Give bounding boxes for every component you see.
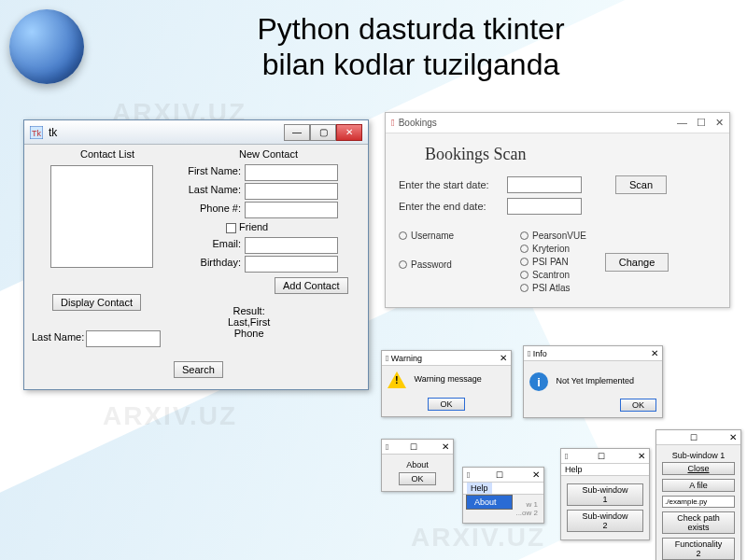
title-line2: bilan kodlar tuzilganda [93, 47, 728, 82]
close-icon[interactable]: ✕ [532, 469, 540, 480]
feather-icon: 𓆰 [467, 470, 470, 480]
contact-listbox[interactable] [50, 165, 153, 268]
new-contact-heading: New Contact [239, 148, 298, 160]
email-input[interactable] [245, 237, 338, 254]
close-icon[interactable]: ✕ [651, 348, 658, 358]
phone-label: Phone #: [185, 203, 241, 214]
last-name-label: Last Name: [185, 184, 241, 195]
functionality-2-button[interactable]: Functionality 2 [662, 538, 735, 560]
about-label: About [388, 460, 447, 469]
info-icon: i [529, 372, 548, 391]
provider-label-0: PearsonVUE [532, 231, 586, 241]
scan-button[interactable]: Scan [615, 175, 667, 194]
help-dropdown: About [466, 495, 513, 510]
svg-text:Tk: Tk [32, 129, 41, 138]
tk-contact-window: Tk tk — ▢ ✕ Contact List New Contact Fir… [23, 119, 369, 390]
close-icon[interactable]: ✕ [729, 432, 737, 442]
info-title: Info [533, 349, 547, 358]
friend-checkbox[interactable] [226, 223, 236, 233]
menu-item-about[interactable]: About [467, 496, 512, 509]
bookings-heading: Bookings Scan [425, 145, 716, 164]
provider-radio-4[interactable] [520, 284, 529, 292]
provider-radio-3[interactable] [520, 271, 529, 279]
provider-label-4: PSI Atlas [532, 283, 571, 293]
slide-title: Python dasturda tkinter bilan kodlar tuz… [93, 11, 728, 83]
start-date-input[interactable] [507, 176, 582, 193]
provider-radio-1[interactable] [520, 245, 529, 253]
help-menu[interactable]: Help [565, 465, 583, 474]
feather-icon: 𓆰 [386, 442, 388, 452]
globe-decoration [9, 9, 84, 84]
display-contact-button[interactable]: Display Contact [52, 294, 141, 311]
tk-window-title: tk [49, 126, 57, 139]
provider-radio-0[interactable] [520, 231, 529, 240]
help-subwindow: 𓆰☐ ✕ Help Sub-window 1 Sub-window 2 [560, 448, 650, 540]
ok-button[interactable]: OK [620, 399, 656, 412]
provider-radio-2[interactable] [520, 258, 529, 266]
first-name-label: First Name: [185, 165, 241, 176]
start-date-label: Enter the start date: [399, 179, 501, 190]
provider-label-3: Scantron [532, 270, 570, 280]
info-message: Not Yet Implemented [557, 376, 635, 385]
last-name-input[interactable] [245, 183, 338, 200]
result-line2: Phone [228, 328, 270, 339]
maximize-button[interactable]: ☐ [697, 117, 706, 129]
change-button[interactable]: Change [605, 253, 669, 272]
title-line1: Python dasturda tkinter [93, 11, 728, 47]
tk-app-icon: Tk [30, 126, 43, 139]
ok-button[interactable]: OK [399, 472, 435, 485]
bookings-window: 𓆰 Bookings — ☐ ✕ Bookings Scan Enter the… [385, 112, 730, 308]
birthday-label: Birthday: [185, 257, 241, 268]
provider-label-1: Kryterion [532, 244, 570, 254]
warning-icon [388, 371, 406, 388]
example-window: ☐ ✕ Sub-window 1 Close A file ./example.… [655, 429, 741, 560]
friend-label: Friend [239, 221, 268, 232]
sub-window-2-button[interactable]: Sub-window 2 [567, 510, 643, 532]
tk-titlebar: Tk tk — ▢ ✕ [24, 120, 368, 145]
password-label: Password [411, 259, 452, 270]
a-file-button[interactable]: A file [662, 479, 735, 492]
watermark: ARXIV.UZ [103, 401, 237, 431]
username-radio[interactable] [399, 231, 407, 240]
close-button[interactable]: ✕ [336, 124, 362, 141]
help-menu[interactable]: Help [467, 483, 492, 494]
end-date-label: Enter the end date: [399, 201, 501, 212]
birthday-input[interactable] [245, 256, 338, 273]
sub-window-1-label: Sub-window 1 [662, 451, 735, 460]
minimize-button[interactable]: — [284, 124, 310, 141]
email-label: Email: [185, 238, 241, 249]
maximize-button[interactable]: ▢ [310, 124, 336, 141]
sub-window-1-button[interactable]: Sub-window 1 [567, 483, 643, 506]
close-button[interactable]: Close [662, 462, 735, 475]
search-last-name-input[interactable] [86, 330, 161, 347]
end-date-input[interactable] [507, 198, 582, 215]
feather-icon: 𓆰 [391, 118, 395, 128]
info-dialog: 𓆰 Info✕ i Not Yet Implemented OK [523, 345, 663, 418]
close-icon[interactable]: ✕ [638, 451, 645, 461]
warning-message: Warning message [415, 374, 482, 384]
feather-icon: 𓆰 [565, 452, 568, 461]
bookings-window-title: Bookings [399, 118, 437, 128]
phone-input[interactable] [245, 202, 338, 218]
subwindow-hint2: ...ow 2 [469, 509, 538, 517]
password-radio[interactable] [399, 260, 407, 269]
close-icon[interactable]: ✕ [442, 441, 449, 452]
close-icon[interactable]: ✕ [500, 353, 507, 363]
ok-button[interactable]: OK [428, 398, 464, 411]
check-path-button[interactable]: Check path exists [662, 511, 735, 534]
warning-dialog: 𓆰 Warning✕ Warning message OK [381, 350, 512, 417]
about-window: 𓆰☐ ✕ About OK [381, 439, 454, 492]
provider-label-2: PSI PAN [532, 257, 569, 267]
username-label: Username [411, 231, 454, 241]
search-last-name-label: Last Name: [32, 331, 84, 343]
path-input[interactable]: ./example.py [662, 496, 735, 508]
close-button[interactable]: ✕ [715, 117, 724, 129]
minimize-button[interactable]: — [677, 117, 687, 129]
result-label: Result: [228, 305, 270, 316]
search-button[interactable]: Search [174, 361, 223, 378]
first-name-input[interactable] [245, 164, 338, 181]
add-contact-button[interactable]: Add Contact [275, 277, 348, 294]
contact-list-heading: Contact List [80, 148, 134, 160]
watermark: ARXIV.UZ [411, 523, 545, 553]
warning-title: Warning [391, 354, 422, 363]
